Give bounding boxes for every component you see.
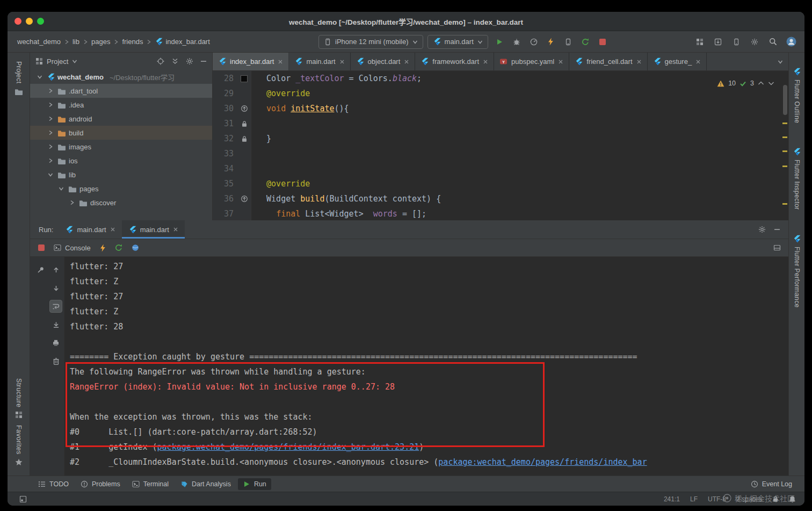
tree-item-dart-tool[interactable]: .dart_tool (30, 84, 212, 98)
lock-icon[interactable] (772, 495, 779, 502)
chevron-down-icon[interactable] (57, 186, 66, 191)
tool-windows-toggle-icon[interactable] (19, 495, 27, 503)
chevron-down-icon[interactable] (46, 172, 55, 177)
tree-item-discover[interactable]: discover (30, 196, 212, 210)
close-tab-icon[interactable] (404, 59, 409, 64)
tab-console[interactable]: Console (54, 244, 91, 252)
project-panel-title[interactable]: Project (47, 57, 68, 66)
tree-item-pages[interactable]: pages (30, 182, 212, 196)
close-tab-icon[interactable] (339, 59, 345, 64)
chevron-up-icon[interactable] (758, 81, 764, 85)
editor-scrollbar[interactable] (781, 71, 788, 220)
layout-icon[interactable] (773, 244, 781, 251)
tab-list-chevron-icon[interactable] (778, 59, 783, 64)
breadcrumb-item-wechat-demo[interactable]: wechat_demo (16, 37, 62, 47)
flutter-hot-reload-button[interactable] (544, 35, 558, 49)
status-item-utf-8[interactable]: UTF-8 (708, 495, 726, 503)
search-everywhere-button[interactable] (766, 35, 780, 49)
chevron-right-icon[interactable] (46, 130, 55, 135)
close-tab-icon[interactable] (278, 59, 283, 64)
chevron-right-icon[interactable] (46, 144, 55, 149)
run-tab-main-dart-0[interactable]: main.dart (59, 220, 121, 239)
profile-button[interactable] (527, 35, 541, 49)
toolwindow-button-event-log[interactable]: Event Log (746, 478, 797, 490)
breadcrumb-item-index-bar-dart[interactable]: index_bar.dart (154, 37, 211, 47)
tab-gesture[interactable]: gesture_ (648, 53, 707, 70)
toolwindow-button-run[interactable]: Run (238, 478, 271, 490)
tree-item-lib[interactable]: lib (30, 168, 212, 182)
tab-index-bar-dart[interactable]: index_bar.dart (213, 53, 289, 70)
close-tab-icon[interactable] (483, 59, 488, 64)
status-item-241-1[interactable]: 241:1 (664, 495, 680, 503)
avatar[interactable] (784, 35, 798, 49)
tool-button-project[interactable]: Project (15, 58, 23, 99)
breadcrumb-item-lib[interactable]: lib (71, 37, 81, 47)
tree-item-ios[interactable]: ios (30, 154, 212, 168)
device-selector[interactable]: iPhone 12 mini (mobile) (318, 35, 423, 49)
stop-button[interactable] (38, 244, 45, 251)
console-output[interactable]: flutter: 27flutter: Zflutter: 27flutter:… (64, 257, 788, 476)
chevron-right-icon[interactable] (46, 102, 55, 107)
debug-button[interactable] (510, 35, 524, 49)
devtools-icon[interactable] (132, 244, 139, 251)
hot-restart-icon[interactable] (115, 244, 122, 251)
settings-button[interactable] (748, 35, 762, 49)
close-tab-icon[interactable] (558, 59, 563, 64)
notifications-bell-icon[interactable] (789, 495, 796, 503)
scroll-down-button[interactable] (49, 282, 62, 294)
chevron-down-icon[interactable] (72, 59, 77, 64)
tree-item-idea[interactable]: .idea (30, 98, 212, 112)
sdk-manager-button[interactable] (711, 35, 725, 49)
gear-icon[interactable] (758, 226, 766, 233)
tree-item-build[interactable]: build (30, 126, 212, 140)
tab-framework-dart[interactable]: framework.dart (415, 53, 494, 70)
toolwindow-button-dart-analysis[interactable]: Dart Analysis (176, 478, 236, 490)
zoom-window-button[interactable] (37, 18, 44, 25)
run-button[interactable] (492, 35, 506, 49)
chevron-right-icon[interactable] (46, 116, 55, 121)
breadcrumb-item-pages[interactable]: pages (90, 37, 111, 47)
project-structure-button[interactable] (693, 35, 707, 49)
attach-debugger-button[interactable] (561, 35, 575, 49)
chevron-down-icon[interactable] (768, 81, 774, 85)
scroll-to-end-button[interactable] (49, 318, 62, 331)
run-tab-main-dart-1[interactable]: main.dart (122, 220, 185, 239)
soft-wrap-button[interactable] (49, 300, 62, 313)
clear-all-button[interactable] (49, 355, 62, 368)
tab-object-dart[interactable]: object.dart (351, 53, 416, 70)
tool-button-favorites[interactable]: Favorites (15, 422, 23, 469)
tool-button-flutter-inspector[interactable]: Flutter Inspector (793, 145, 801, 213)
scroll-up-button[interactable] (49, 263, 62, 276)
close-tab-icon[interactable] (636, 59, 642, 64)
chevron-right-icon[interactable] (46, 158, 55, 163)
chevron-right-icon[interactable] (46, 88, 55, 93)
settings-icon[interactable] (186, 57, 193, 65)
status-item-lf[interactable]: LF (690, 495, 698, 503)
tree-item-images[interactable]: images (30, 140, 212, 154)
flutter-hot-restart-button[interactable] (578, 35, 592, 49)
close-tab-icon[interactable] (173, 227, 178, 232)
status-item-2-spaces[interactable]: 2 spaces (736, 495, 762, 503)
toolwindow-button-problems[interactable]: Problems (76, 478, 125, 490)
code-editor[interactable]: 28 Color _textColor = Colors.black;29 @o… (213, 71, 788, 220)
tool-button-structure[interactable]: Structure (15, 375, 23, 422)
chevron-down-icon[interactable] (35, 74, 44, 80)
tree-item-android[interactable]: android (30, 112, 212, 126)
device-manager-button[interactable] (729, 35, 743, 49)
toolwindow-button-terminal[interactable]: Terminal (127, 478, 173, 490)
tab-main-dart[interactable]: main.dart (289, 53, 350, 70)
console-link[interactable]: package:wechat_demo/pages/friends/index_… (438, 457, 647, 467)
chevron-right-icon[interactable] (68, 200, 76, 205)
hot-reload-icon[interactable] (100, 244, 106, 252)
print-button[interactable] (49, 336, 62, 349)
locate-button[interactable] (157, 57, 164, 65)
inspection-widget[interactable]: 10 3 (715, 75, 777, 92)
pin-tab-button[interactable] (34, 263, 47, 276)
tab-pubspec-yaml[interactable]: Ypubspec.yaml (494, 53, 569, 70)
toolwindow-button-todo[interactable]: TODO (33, 478, 74, 490)
hide-panel-icon[interactable] (774, 226, 780, 233)
tool-button-flutter-outline[interactable]: Flutter Outline (793, 64, 801, 126)
close-tab-icon[interactable] (695, 59, 701, 64)
override-marker-icon[interactable] (237, 191, 251, 206)
collapse-all-button[interactable] (171, 57, 179, 65)
